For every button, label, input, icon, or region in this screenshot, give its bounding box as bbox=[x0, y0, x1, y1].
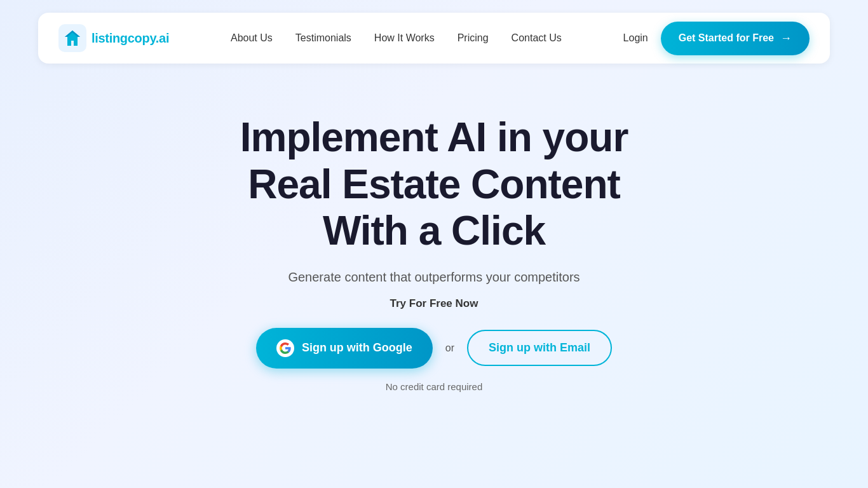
signup-row: Sign up with Google or Sign up with Emai… bbox=[256, 328, 612, 369]
logo-icon bbox=[58, 24, 86, 52]
nav-how-it-works[interactable]: How It Works bbox=[374, 32, 435, 43]
hero-title: Implement AI in your Real Estate Content… bbox=[240, 114, 628, 255]
nav-testimonials[interactable]: Testimonials bbox=[295, 32, 351, 43]
email-signup-button[interactable]: Sign up with Email bbox=[467, 330, 612, 366]
login-link[interactable]: Login bbox=[623, 32, 648, 44]
hero-section: Implement AI in your Real Estate Content… bbox=[0, 64, 868, 430]
arrow-icon: → bbox=[780, 32, 792, 45]
no-credit-card-label: No credit card required bbox=[386, 381, 483, 392]
try-free-label: Try For Free Now bbox=[390, 297, 478, 310]
nav-right: Login Get Started for Free → bbox=[623, 22, 810, 55]
nav-contact-us[interactable]: Contact Us bbox=[512, 32, 562, 43]
nav-about-us[interactable]: About Us bbox=[231, 32, 273, 43]
google-signup-button[interactable]: Sign up with Google bbox=[256, 328, 433, 369]
google-logo-icon bbox=[276, 339, 294, 357]
logo-text: listingcopy.ai bbox=[92, 31, 169, 46]
hero-subtitle: Generate content that outperforms your c… bbox=[288, 270, 580, 285]
get-started-button[interactable]: Get Started for Free → bbox=[661, 22, 810, 55]
nav-pricing[interactable]: Pricing bbox=[458, 32, 489, 43]
logo-link[interactable]: listingcopy.ai bbox=[58, 24, 169, 52]
nav-links: About Us Testimonials How It Works Prici… bbox=[231, 32, 562, 44]
navbar: listingcopy.ai About Us Testimonials How… bbox=[38, 13, 830, 64]
or-divider: or bbox=[445, 342, 454, 354]
